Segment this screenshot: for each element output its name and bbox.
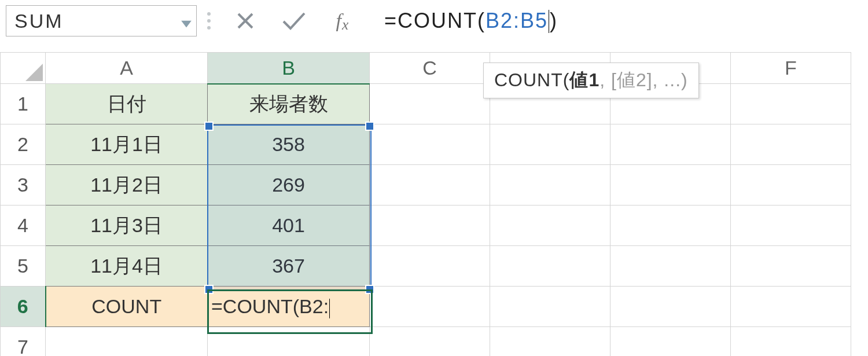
col-header-B[interactable]: B	[208, 53, 370, 84]
formula-input[interactable]: =COUNT(B2:B5)	[384, 5, 862, 36]
cell-C5[interactable]	[370, 246, 490, 287]
cell-E4[interactable]	[610, 205, 731, 246]
cell-A4[interactable]: 11月3日	[46, 205, 208, 246]
formula-text-prefix: =COUNT(	[384, 9, 486, 33]
spreadsheet-grid: A B C F 1 日付 来場者数 2 11月1日 358 3 11月2日 26…	[0, 52, 868, 356]
enter-formula-button[interactable]	[270, 5, 318, 36]
cell-B6-value: =COUNT(B2:	[211, 295, 329, 317]
insert-function-button[interactable]: fx	[318, 5, 367, 36]
formula-bar-separator	[197, 12, 221, 30]
name-box-value: SUM	[14, 10, 64, 32]
row-header-2[interactable]: 2	[1, 124, 46, 165]
cell-D2[interactable]	[490, 124, 610, 165]
tooltip-rest: , [値2], ...)	[599, 69, 687, 90]
cell-C2[interactable]	[370, 124, 490, 165]
formula-text-ref: B2:B5	[486, 9, 548, 33]
col-header-F[interactable]: F	[731, 53, 851, 84]
fx-icon: fx	[336, 10, 350, 32]
cell-D4[interactable]	[490, 205, 610, 246]
col-header-A[interactable]: A	[46, 53, 208, 84]
cell-F7[interactable]	[731, 327, 851, 357]
cell-E7[interactable]	[610, 327, 731, 357]
cell-F2[interactable]	[731, 124, 851, 165]
tooltip-fn: COUNT(	[494, 69, 569, 90]
cancel-formula-button[interactable]	[221, 5, 270, 36]
cell-F4[interactable]	[731, 205, 851, 246]
cell-A5[interactable]: 11月4日	[46, 246, 208, 287]
svg-marker-0	[181, 21, 192, 28]
cell-A1[interactable]: 日付	[46, 84, 208, 124]
cell-C4[interactable]	[370, 205, 490, 246]
cell-B6[interactable]: =COUNT(B2:	[208, 287, 370, 327]
cell-E2[interactable]	[610, 124, 731, 165]
cell-F5[interactable]	[731, 246, 851, 287]
cell-B3[interactable]: 269	[208, 165, 370, 205]
cell-caret	[329, 299, 330, 318]
formula-bar: SUM fx =COUNT(B2:B5)	[0, 0, 868, 38]
row-header-7[interactable]: 7	[1, 327, 46, 357]
tooltip-arg-bold: 値1	[569, 69, 599, 90]
cell-C1[interactable]	[370, 84, 490, 124]
text-caret	[549, 10, 549, 33]
grid-table: A B C F 1 日付 来場者数 2 11月1日 358 3 11月2日 26…	[0, 52, 851, 356]
cell-B2[interactable]: 358	[208, 124, 370, 165]
cell-C6[interactable]	[370, 287, 490, 327]
function-tooltip: COUNT(値1, [値2], ...)	[483, 63, 699, 98]
cell-B1[interactable]: 来場者数	[208, 84, 370, 124]
row-header-5[interactable]: 5	[1, 246, 46, 287]
cell-A6[interactable]: COUNT	[46, 287, 208, 327]
cell-A3[interactable]: 11月2日	[46, 165, 208, 205]
col-header-C[interactable]: C	[370, 53, 490, 84]
cell-A7[interactable]	[46, 327, 208, 357]
cell-A2[interactable]: 11月1日	[46, 124, 208, 165]
name-box[interactable]: SUM	[6, 5, 197, 36]
cell-B5[interactable]: 367	[208, 246, 370, 287]
select-all-corner[interactable]	[1, 53, 46, 84]
cell-C3[interactable]	[370, 165, 490, 205]
cell-B7[interactable]	[208, 327, 370, 357]
cell-F3[interactable]	[731, 165, 851, 205]
row-header-3[interactable]: 3	[1, 165, 46, 205]
formula-text-suffix: )	[550, 9, 558, 33]
name-box-dropdown-icon[interactable]	[181, 10, 192, 32]
cell-E3[interactable]	[610, 165, 731, 205]
cell-D3[interactable]	[490, 165, 610, 205]
cell-E5[interactable]	[610, 246, 731, 287]
drag-handle-icon[interactable]	[207, 12, 211, 30]
cell-E6[interactable]	[610, 287, 731, 327]
cell-F6[interactable]	[731, 287, 851, 327]
cell-D7[interactable]	[490, 327, 610, 357]
cell-F1[interactable]	[731, 84, 851, 124]
cell-C7[interactable]	[370, 327, 490, 357]
row-header-6[interactable]: 6	[1, 287, 46, 327]
cell-B4[interactable]: 401	[208, 205, 370, 246]
cell-D5[interactable]	[490, 246, 610, 287]
row-header-4[interactable]: 4	[1, 205, 46, 246]
cell-D6[interactable]	[490, 287, 610, 327]
row-header-1[interactable]: 1	[1, 84, 46, 124]
